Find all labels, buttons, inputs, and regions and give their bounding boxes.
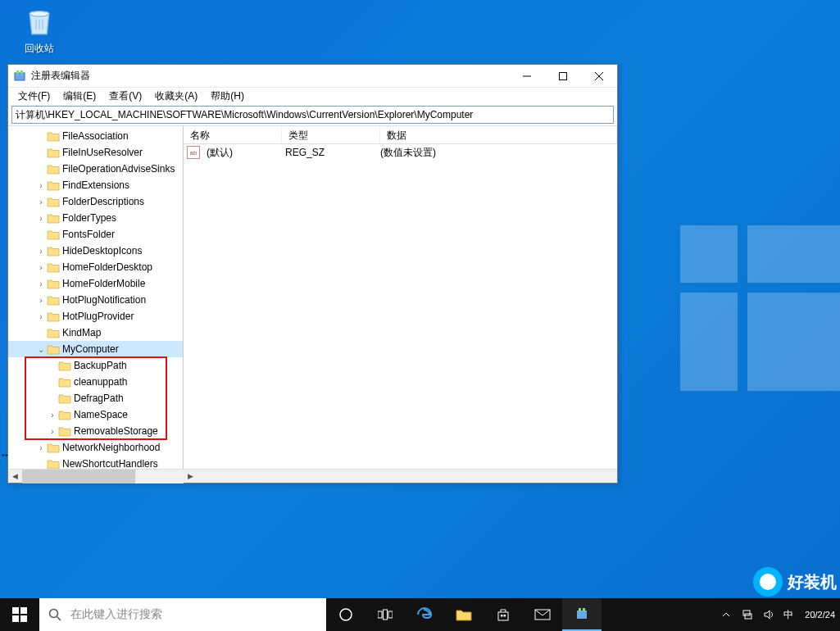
tree-item-fontsfolder[interactable]: FontsFolder [8,226,183,243]
tray-ime[interactable]: 中 [783,608,793,622]
scroll-right-icon[interactable]: ▶ [184,470,198,483]
menu-view[interactable]: 查看(V) [102,88,148,105]
menubar: 文件(F) 编辑(E) 查看(V) 收藏夹(A) 帮助(H) [8,88,617,104]
tree-item-hotplugprovider[interactable]: ›HotPlugProvider [8,308,183,325]
taskview-button[interactable] [366,598,405,631]
tree-item-fileinuseresolver[interactable]: FileInUseResolver [8,144,183,161]
folder-icon [47,196,60,207]
list-pane[interactable]: 名称 类型 数据 ab(默认)REG_SZ(数值未设置) [184,126,617,469]
expand-icon[interactable]: › [36,263,46,272]
folder-icon [58,360,71,371]
tree-item-folderdescriptions[interactable]: ›FolderDescriptions [8,193,183,210]
col-data[interactable]: 数据 [380,126,617,143]
svg-point-0 [30,11,49,17]
col-name[interactable]: 名称 [184,126,282,143]
watermark-logo-icon [753,567,783,597]
tree-item-backuppath[interactable]: BackupPath [8,357,183,374]
tree-item-findextensions[interactable]: ›FindExtensions [8,177,183,193]
tree-item-hidedesktopicons[interactable]: ›HideDesktopIcons [8,243,183,259]
taskbar-search[interactable]: 在此键入进行搜索 [39,598,326,631]
menu-file[interactable]: 文件(F) [11,88,57,105]
expand-icon[interactable]: › [48,411,57,420]
folder-icon [47,245,60,256]
tree-item-label: cleanuppath [74,376,127,388]
expand-icon[interactable]: › [36,296,46,305]
desktop-recycle-bin[interactable]: 回收站 [15,4,64,56]
tree-item-defragpath[interactable]: DefragPath [8,390,183,406]
tree-item-label: FileAssociation [62,130,129,142]
regedit-window: 注册表编辑器 文件(F) 编辑(E) 查看(V) 收藏夹(A) 帮助(H) Fi… [7,64,618,483]
tree-pane[interactable]: FileAssociationFileInUseResolverFileOper… [8,126,184,469]
window-title: 注册表编辑器 [31,69,509,83]
tree-item-homefolderdesktop[interactable]: ›HomeFolderDesktop [8,259,183,275]
list-row[interactable]: ab(默认)REG_SZ(数值未设置) [184,144,617,161]
regedit-taskbar-button[interactable] [562,598,602,631]
expand-icon[interactable]: › [36,279,46,288]
edge-button[interactable] [405,598,444,631]
tray-clock[interactable]: 20/2/24 [801,610,835,620]
mail-button[interactable] [523,598,562,631]
folder-icon [47,163,60,175]
svg-rect-3 [20,70,23,74]
tree-item-fileoperationadvisesinks[interactable]: FileOperationAdviseSinks [8,161,183,177]
folder-icon [47,327,60,338]
folder-icon [47,442,60,453]
tree-item-mycomputer[interactable]: ⌄MyComputer [8,341,183,357]
menu-help[interactable]: 帮助(H) [204,88,251,105]
menu-favorites[interactable]: 收藏夹(A) [148,88,204,105]
expand-icon[interactable]: › [36,197,46,207]
tree-item-removablestorage[interactable]: ›RemovableStorage [8,423,183,439]
svg-rect-18 [577,611,587,619]
start-button[interactable] [0,598,39,631]
folder-icon [58,393,71,404]
tree-item-hotplugnotification[interactable]: ›HotPlugNotification [8,292,183,308]
tree-item-foldertypes[interactable]: ›FolderTypes [8,210,183,226]
tree-item-label: DefragPath [74,393,124,404]
expand-icon[interactable]: › [36,247,46,256]
tree-item-fileassociation[interactable]: FileAssociation [8,128,183,144]
watermark: 好装机 [753,567,837,597]
tree-item-networkneighborhood[interactable]: ›NetworkNeighborhood [8,439,183,456]
cortana-button[interactable] [326,598,366,631]
svg-rect-1 [15,73,25,80]
svg-rect-13 [388,611,393,618]
tree-item-cleanuppath[interactable]: cleanuppath [8,374,183,390]
tray-chevron-up-icon[interactable] [720,608,733,621]
menu-edit[interactable]: 编辑(E) [57,88,102,105]
tree-item-newshortcuthandlers[interactable]: NewShortcutHandlers [8,456,183,469]
expand-icon[interactable]: › [36,443,46,452]
explorer-button[interactable] [444,598,484,631]
tree-item-label: HomeFolderDesktop [62,261,152,273]
titlebar[interactable]: 注册表编辑器 [8,65,617,88]
store-button[interactable] [484,598,523,631]
minimize-button[interactable] [509,65,545,88]
svg-rect-12 [384,610,388,620]
tree-item-label: FolderDescriptions [62,196,144,207]
svg-rect-16 [504,615,506,617]
folder-icon [58,409,71,420]
list-header: 名称 类型 数据 [184,126,617,144]
expand-icon[interactable]: › [36,312,46,321]
svg-rect-19 [579,608,581,611]
system-tray[interactable]: 中 20/2/24 [715,598,840,631]
tray-volume-icon[interactable] [762,608,775,621]
address-input[interactable] [16,109,610,120]
expand-icon[interactable]: › [36,181,46,190]
tree-item-namespace[interactable]: ›NameSpace [8,406,183,423]
expand-icon[interactable]: › [48,427,57,436]
tree-item-label: FileInUseResolver [62,147,143,158]
horizontal-scrollbar[interactable]: ◀ ▶ [8,469,617,483]
expand-icon[interactable]: › [36,214,46,223]
close-button[interactable] [581,65,617,88]
collapse-icon[interactable]: ⌄ [36,345,46,354]
recycle-bin-label: 回收站 [15,42,64,56]
scroll-left-icon[interactable]: ◀ [8,470,22,483]
col-type[interactable]: 类型 [282,126,380,143]
tree-item-label: HotPlugNotification [62,294,146,306]
tree-item-kindmap[interactable]: KindMap [8,325,183,341]
svg-rect-11 [378,611,382,618]
svg-rect-5 [560,72,567,79]
tree-item-homefoldermobile[interactable]: ›HomeFolderMobile [8,275,183,292]
tray-network-icon[interactable] [741,608,754,621]
maximize-button[interactable] [545,65,581,88]
